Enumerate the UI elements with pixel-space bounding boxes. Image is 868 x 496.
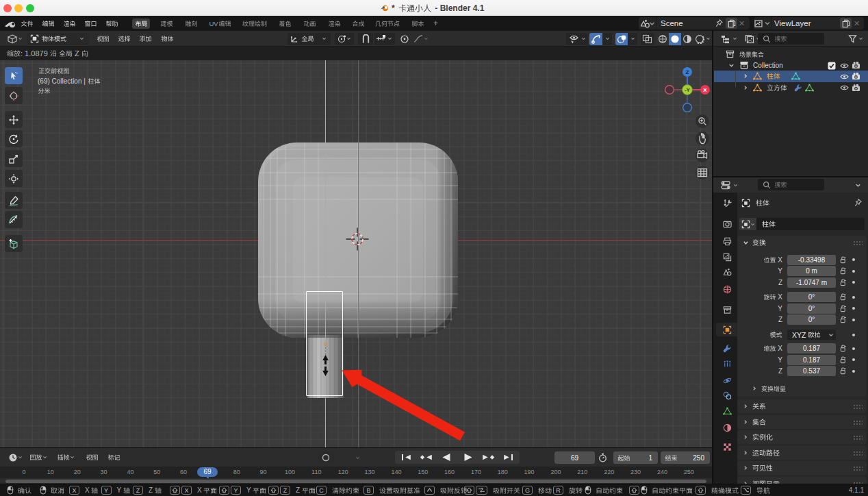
svg-text:X: X — [703, 87, 707, 93]
svg-text:Z: Z — [686, 69, 689, 75]
svg-text:-Y: -Y — [685, 87, 690, 93]
